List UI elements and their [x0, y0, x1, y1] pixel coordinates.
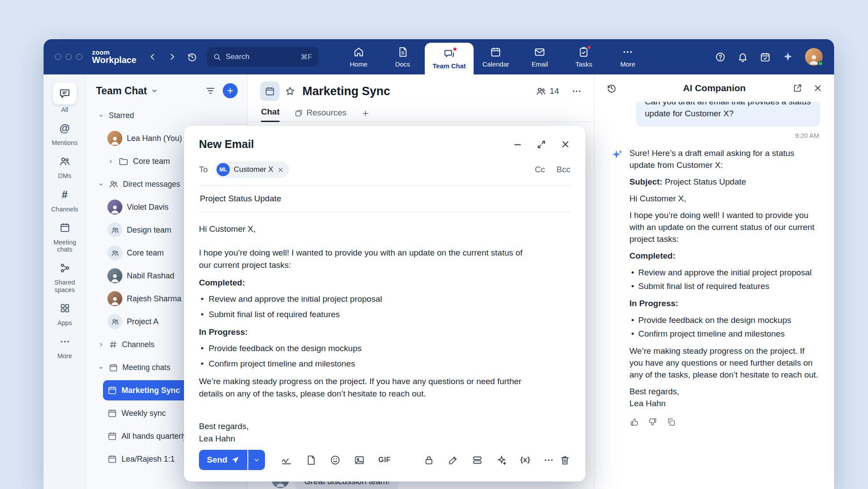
open-in-new-window-button[interactable]	[793, 83, 802, 93]
discard-draft-button[interactable]	[559, 455, 570, 466]
rail-item-mentions[interactable]: @ Mentions	[52, 119, 78, 146]
ai-companion-button[interactable]	[782, 51, 794, 63]
window-controls	[55, 54, 82, 60]
new-chat-button[interactable]	[223, 83, 238, 98]
more-tools-button[interactable]	[543, 455, 554, 466]
minimize-button[interactable]	[513, 140, 522, 149]
group-avatar	[107, 245, 122, 260]
window-close-dot[interactable]	[55, 54, 61, 60]
message-timestamp: 9:20 AM	[612, 132, 819, 139]
ai-conversation: Can you draft an email that provides a s…	[595, 102, 834, 489]
nav-home[interactable]: Home	[337, 39, 381, 74]
thumbs-up-button[interactable]	[629, 417, 639, 427]
add-tab-button[interactable]	[361, 109, 370, 122]
logo-zoom-text: zoom	[92, 49, 136, 56]
send-options-button[interactable]	[248, 450, 265, 470]
document-icon	[305, 455, 316, 466]
cc-button[interactable]: Cc	[535, 165, 545, 174]
edit-button[interactable]	[448, 455, 459, 466]
chevron-right-icon	[167, 52, 177, 62]
nav-tasks[interactable]: Tasks	[562, 39, 606, 74]
nav-more[interactable]: More	[606, 39, 650, 74]
email-in-progress-list: Provide feedback on the design mockups C…	[199, 342, 525, 370]
chat-bubble-icon	[59, 88, 70, 99]
section-starred[interactable]: Starred	[93, 105, 240, 126]
thumbs-down-button[interactable]	[648, 417, 658, 427]
close-panel-button[interactable]	[813, 83, 823, 93]
people-icon	[111, 226, 119, 234]
lock-icon	[423, 455, 434, 466]
bcc-button[interactable]: Bcc	[556, 165, 570, 174]
signature-button[interactable]	[281, 454, 292, 466]
help-button[interactable]	[715, 52, 726, 63]
rail-item-all[interactable]: All	[53, 82, 77, 113]
people-icon	[59, 156, 70, 167]
filter-button[interactable]	[205, 85, 216, 96]
layout-rows-icon	[472, 455, 483, 466]
back-button[interactable]	[148, 52, 158, 62]
signature-icon	[281, 454, 292, 466]
rail-item-more[interactable]: More	[53, 332, 77, 359]
send-button[interactable]: Send	[199, 450, 247, 470]
bell-icon	[737, 52, 748, 63]
online-status-dot	[818, 61, 823, 66]
zoom-workplace-window: zoom Workplace Search ⌘F Home	[44, 39, 834, 489]
recipient-chip[interactable]: ML Customer X	[215, 161, 289, 178]
subject-field[interactable]: Project Status Update	[199, 185, 570, 212]
zoom-workplace-logo: zoom Workplace	[92, 49, 136, 65]
window-zoom-dot[interactable]	[76, 54, 82, 60]
chevron-down-icon[interactable]	[151, 87, 158, 95]
tab-resources[interactable]: Resources	[294, 108, 346, 122]
search-input[interactable]: Search ⌘F	[207, 47, 318, 67]
caret-down-icon	[98, 112, 104, 119]
modal-title: New Email	[199, 138, 254, 151]
user-avatar[interactable]	[805, 48, 823, 66]
forward-button[interactable]	[167, 52, 177, 62]
plus-icon	[226, 87, 234, 95]
logo-workplace-text: Workplace	[92, 56, 136, 65]
rail-item-meeting-chats[interactable]: Meeting chats	[45, 219, 84, 253]
tab-chat[interactable]: Chat	[261, 107, 280, 122]
schedule-button[interactable]	[760, 52, 771, 63]
hash-icon: #	[62, 189, 67, 200]
ai-assist-button[interactable]	[496, 455, 507, 466]
template-button[interactable]	[305, 455, 316, 466]
favorite-star-button[interactable]	[285, 86, 295, 96]
member-count[interactable]: 14	[536, 86, 559, 96]
layout-button[interactable]	[472, 455, 483, 466]
nav-docs[interactable]: Docs	[381, 39, 425, 74]
top-navbar: zoom Workplace Search ⌘F Home	[44, 39, 834, 74]
close-button[interactable]	[560, 139, 570, 149]
calendar-icon	[265, 86, 275, 96]
remove-recipient-icon[interactable]	[277, 167, 284, 173]
rail-item-apps[interactable]: Apps	[53, 299, 77, 326]
nav-team-chat[interactable]: Team Chat	[425, 43, 474, 74]
more-options-button[interactable]	[571, 86, 582, 96]
calendar-icon	[490, 46, 501, 58]
expand-button[interactable]	[537, 140, 546, 149]
emoji-button[interactable]	[330, 455, 341, 466]
user-message-bubble: Can you draft an email that provides a s…	[636, 102, 820, 126]
calendar-icon	[107, 431, 117, 441]
rail-item-dms[interactable]: DMs	[53, 152, 77, 179]
window-minimize-dot[interactable]	[66, 54, 72, 60]
ai-history-button[interactable]	[606, 83, 617, 93]
nav-calendar[interactable]: Calendar	[474, 39, 518, 74]
image-button[interactable]	[354, 455, 365, 466]
rail-item-shared-spaces[interactable]: Shared spaces	[45, 259, 84, 293]
notifications-button[interactable]	[737, 52, 748, 63]
code-variable-button[interactable]: {x}	[520, 456, 530, 464]
history-icon	[187, 52, 197, 62]
recipient-avatar: ML	[217, 163, 230, 176]
history-button[interactable]	[187, 52, 197, 62]
nav-email[interactable]: Email	[518, 39, 562, 74]
person-silhouette-icon	[109, 295, 121, 306]
gif-button[interactable]: GIF	[378, 456, 390, 464]
list-item: Review and approve the initial project p…	[629, 267, 820, 278]
copy-button[interactable]	[666, 417, 676, 427]
close-icon	[813, 83, 823, 93]
rail-item-channels[interactable]: # Channels	[51, 185, 78, 213]
email-body-editor[interactable]: Hi Customer X, I hope you’re doing well!…	[199, 212, 525, 450]
at-sign-icon: @	[59, 123, 70, 133]
encrypt-button[interactable]	[423, 455, 434, 466]
